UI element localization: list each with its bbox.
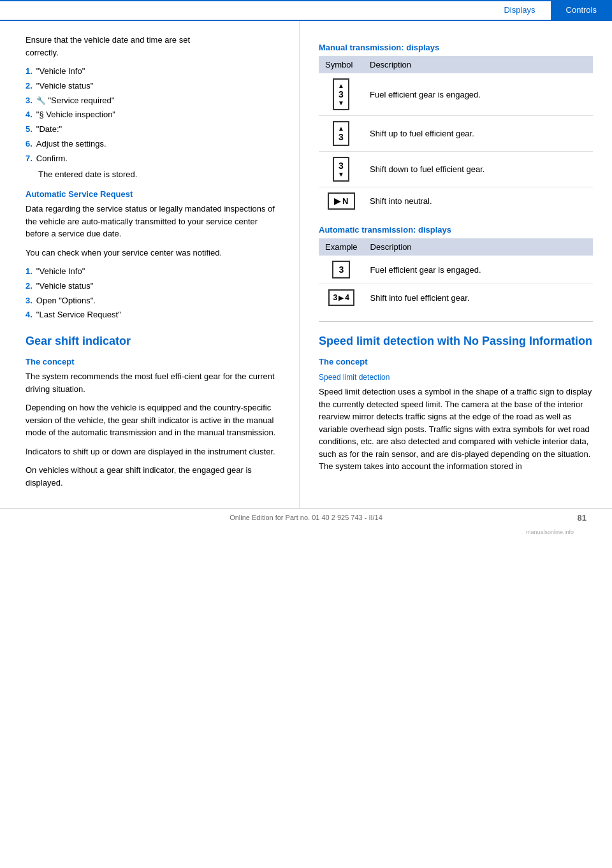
list-item: 3.🔧 "Service required" <box>26 94 280 108</box>
manual-col2: Description <box>363 56 593 73</box>
speed-detection-title: Speed limit detection <box>319 373 593 382</box>
gear-down-symbol: 3 ▼ <box>333 157 349 182</box>
tab-controls[interactable]: Controls <box>551 0 612 20</box>
gear-concept-para1: The system recommends the most fuel effi… <box>26 370 280 395</box>
intro-steps: 1."Vehicle Info" 2."Vehicle status" 3.🔧 … <box>26 65 280 166</box>
list-item: 2."Vehicle status" <box>26 280 280 293</box>
table-row: 3 ▶ 4 Shift into fuel efficient gear. <box>319 284 593 312</box>
auto-desc-2: Shift into fuel efficient gear. <box>364 284 593 312</box>
service-icon: 🔧 <box>36 95 46 107</box>
left-column: Ensure that the vehicle date and time ar… <box>0 21 300 508</box>
list-item: 3.Open "Options". <box>26 294 280 308</box>
gear-shift-title: Gear shift indicator <box>26 335 280 348</box>
auto-col1: Example <box>319 238 364 256</box>
list-item: 7.Confirm. <box>26 152 280 166</box>
symbol-cell: 3 ▶ 4 <box>319 284 364 312</box>
symbol-cell: ▶ N <box>319 187 363 215</box>
intro-text: Ensure that the vehicle date and time ar… <box>26 34 280 59</box>
auto-desc-1: Fuel efficient gear is engaged. <box>364 256 593 284</box>
gear-concept-para3: Indicators to shift up or down are displ… <box>26 445 280 458</box>
auto-trans-title: Automatic transmission: displays <box>319 225 593 235</box>
gear-engaged-symbol: ▲ 3 ▼ <box>333 78 349 110</box>
table-row: ▲ 3 Shift up to fuel efficient gear. <box>319 116 593 152</box>
symbol-cell: 3 <box>319 256 364 284</box>
page-number: 81 <box>578 513 586 523</box>
speed-detection-para: Speed limit detection uses a symbol in t… <box>319 386 593 473</box>
header-tabs: Displays Controls <box>0 0 612 21</box>
footer-logo: manualsonline.info <box>526 529 574 535</box>
manual-desc-1: Fuel efficient gear is engaged. <box>363 73 593 116</box>
auto-gear-engaged: 3 <box>332 261 350 278</box>
list-item: 2."Vehicle status" <box>26 80 280 93</box>
stored-text: The entered date is stored. <box>38 168 280 181</box>
tab-displays-label: Displays <box>504 5 535 15</box>
table-row: 3 Fuel efficient gear is engaged. <box>319 256 593 284</box>
auto-service-para2: You can check when your service center w… <box>26 247 280 259</box>
manual-desc-2: Shift up to fuel efficient gear. <box>363 116 593 152</box>
footer-text: Online Edition for Part no. 01 40 2 925 … <box>229 514 382 521</box>
gear-up-symbol: ▲ 3 <box>333 121 349 146</box>
main-content: Ensure that the vehicle date and time ar… <box>0 21 612 508</box>
speed-concept-title: The concept <box>319 357 593 366</box>
auto-trans-table: Example Description 3 Fuel efficient g <box>319 238 593 311</box>
gear-concept-title: The concept <box>26 357 280 366</box>
tab-controls-label: Controls <box>566 5 597 15</box>
auto-service-para1: Data regarding the service status or leg… <box>26 203 280 240</box>
auto-service-title: Automatic Service Request <box>26 189 280 199</box>
divider <box>319 321 593 322</box>
tab-displays[interactable]: Displays <box>488 0 550 20</box>
speed-limit-title: Speed limit detection with No Passing In… <box>319 335 593 348</box>
table-row: ▲ 3 ▼ Fuel efficient gear is engaged. <box>319 73 593 116</box>
manual-desc-4: Shift into neutral. <box>363 187 593 215</box>
symbol-cell: ▲ 3 ▼ <box>319 73 363 116</box>
symbol-cell: 3 ▼ <box>319 152 363 187</box>
list-item: 4."Last Service Request" <box>26 308 280 322</box>
auto-service-steps: 1."Vehicle Info" 2."Vehicle status" 3.Op… <box>26 265 280 322</box>
table-row: 3 ▼ Shift down to fuel efficient gear. <box>319 152 593 187</box>
gear-concept-para4: On vehicles without a gear shift indicat… <box>26 464 280 489</box>
gear-concept-para2: Depending on how the vehicle is equipped… <box>26 401 280 439</box>
list-item: 1."Vehicle Info" <box>26 265 280 278</box>
manual-trans-table: Symbol Description ▲ 3 ▼ <box>319 56 593 215</box>
symbol-cell: ▲ 3 <box>319 116 363 152</box>
list-item: 1."Vehicle Info" <box>26 65 280 78</box>
manual-desc-3: Shift down to fuel efficient gear. <box>363 152 593 187</box>
list-item: 5."Date:" <box>26 123 280 136</box>
table-row: ▶ N Shift into neutral. <box>319 187 593 215</box>
manual-trans-title: Manual transmission: displays <box>319 43 593 52</box>
manual-col1: Symbol <box>319 56 363 73</box>
list-item: 4."§ Vehicle inspection" <box>26 108 280 122</box>
neutral-symbol: ▶ N <box>328 192 355 210</box>
auto-gear-shift: 3 ▶ 4 <box>328 289 354 306</box>
list-item: 6.Adjust the settings. <box>26 138 280 151</box>
right-column: Manual transmission: displays Symbol Des… <box>300 21 612 508</box>
auto-col2: Description <box>364 238 593 256</box>
